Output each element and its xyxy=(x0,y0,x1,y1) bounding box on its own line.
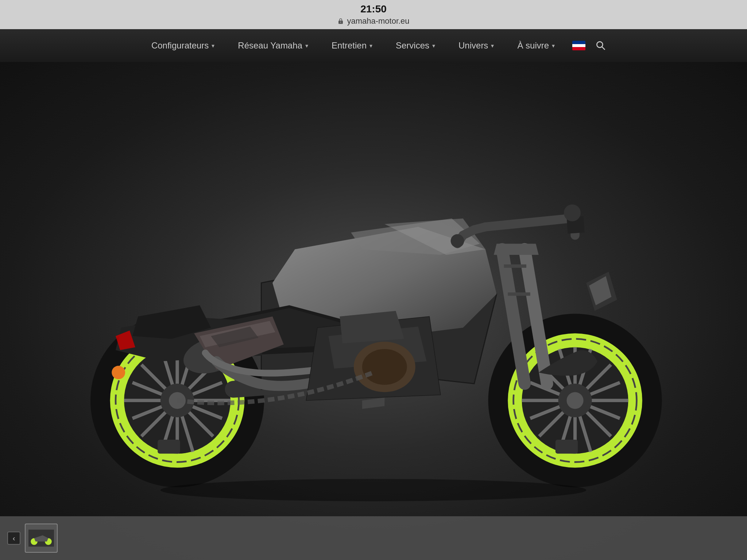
lock-icon xyxy=(337,18,344,24)
motorcycle-svg xyxy=(37,87,709,535)
rear-turn-signal xyxy=(112,366,125,380)
nav-item-services[interactable]: Services ▾ xyxy=(384,29,447,62)
mirror-right xyxy=(564,205,581,221)
front-hub-inner xyxy=(567,392,584,409)
hero-section: ‹ xyxy=(0,62,747,560)
status-bar: 21:50 yamaha-motor.eu xyxy=(0,0,747,29)
chevron-down-icon-univers: ▾ xyxy=(491,42,494,49)
language-flag-fr[interactable] xyxy=(572,41,585,50)
cylinder-head xyxy=(340,311,405,343)
status-url-row: yamaha-motor.eu xyxy=(337,16,409,26)
nav-label-configurateurs: Configurateurs xyxy=(151,40,209,51)
nav-item-univers[interactable]: Univers ▾ xyxy=(447,29,506,62)
chevron-down-icon-configurateurs: ▾ xyxy=(212,42,214,49)
status-url: yamaha-motor.eu xyxy=(347,16,409,26)
handlebar-right xyxy=(485,219,575,236)
nav-label-a-suivre: À suivre xyxy=(517,40,549,51)
front-brake-caliper xyxy=(556,440,578,454)
thumbnail-strip: ‹ xyxy=(0,516,747,560)
nav-item-reseau-yamaha[interactable]: Réseau Yamaha ▾ xyxy=(226,29,320,62)
chevron-down-icon-reseau: ▾ xyxy=(305,42,308,49)
alternator-inner xyxy=(362,349,407,385)
thumbnail-item-1[interactable] xyxy=(25,524,58,553)
navbar: Configurateurs ▾ Réseau Yamaha ▾ Entreti… xyxy=(0,29,747,62)
mirror-left xyxy=(451,234,464,248)
search-icon xyxy=(595,40,607,51)
nav-label-reseau-yamaha: Réseau Yamaha xyxy=(238,40,302,51)
nav-item-entretien[interactable]: Entretien ▾ xyxy=(320,29,384,62)
thumbnail-bike-icon xyxy=(28,527,54,549)
search-button[interactable] xyxy=(594,39,607,52)
flag-white-stripe xyxy=(572,44,585,47)
status-time: 21:50 xyxy=(360,3,387,15)
nav-item-configurateurs[interactable]: Configurateurs ▾ xyxy=(140,29,226,62)
footpeg xyxy=(362,398,384,409)
nav-label-univers: Univers xyxy=(458,40,488,51)
motorcycle-image xyxy=(0,62,747,560)
svg-line-1 xyxy=(602,47,604,49)
flag-red-stripe xyxy=(572,47,585,50)
chevron-down-icon-entretien: ▾ xyxy=(369,42,372,49)
chevron-down-icon-suivre: ▾ xyxy=(552,42,555,49)
flag-blue-stripe xyxy=(572,41,585,44)
top-clamp xyxy=(494,244,539,255)
ground-shadow xyxy=(160,479,586,501)
thumbnail-prev-button[interactable]: ‹ xyxy=(7,532,20,545)
chevron-down-icon-services: ▾ xyxy=(432,42,435,49)
rear-brake-caliper xyxy=(158,440,180,454)
nav-label-services: Services xyxy=(396,40,429,51)
nav-item-a-suivre[interactable]: À suivre ▾ xyxy=(506,29,566,62)
browser-content: Configurateurs ▾ Réseau Yamaha ▾ Entreti… xyxy=(0,29,747,560)
nav-label-entretien: Entretien xyxy=(332,40,367,51)
